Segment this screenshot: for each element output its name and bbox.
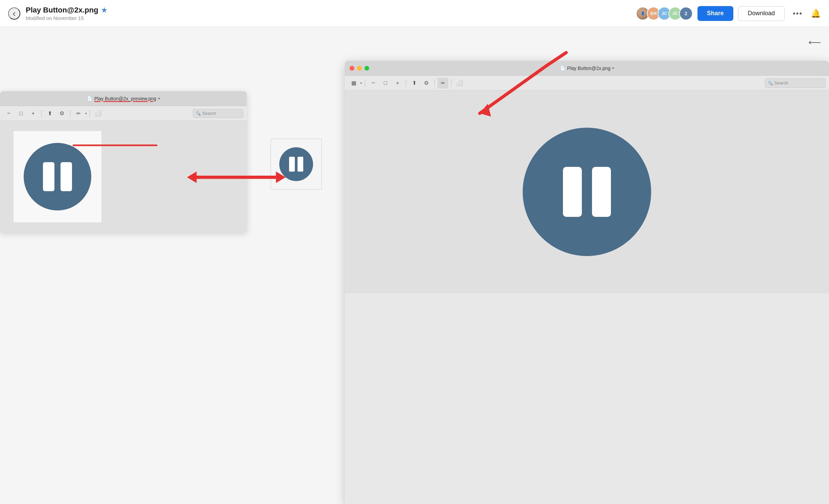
large-sidebar-toggle-btn[interactable]: ▦ [348,78,359,89]
small-window-title-area: 📄 Play Button@2x_preview.png ▾ [87,96,160,101]
large-window-title-text: Play Button@2x.png [567,66,611,71]
small-pause-bar-right [61,162,72,191]
bell-icon: 🔔 [811,9,821,18]
small-image-frame [14,131,101,222]
thumbnail-pause-bar-left [289,157,295,172]
avatar-jc2-initials: JC [672,11,678,16]
avatar-eh-initials: EH [650,11,657,16]
small-pen-btn[interactable]: ✏ [73,108,84,119]
avatar-count: 2 [679,7,693,20]
large-toolbar-sep0 [365,80,365,86]
small-pause-bar-left [43,162,54,191]
star-icon[interactable]: ★ [101,6,107,14]
more-options-button[interactable]: ••• [789,7,806,20]
large-toolbar-sep2 [434,80,435,86]
traffic-light-yellow[interactable] [357,66,362,71]
preview-window-small: 📄 Play Button@2x_preview.png ▾ − □ + ⬆ ⚙… [0,91,247,232]
preview-window-large: 📄 Play Button@2x.png ▾ ▦ ▾ − □ + ⬆ ⚙ ✏ ⬜… [345,61,829,504]
large-window-chevron: ▾ [612,66,614,70]
small-zoom-in-btn[interactable]: + [28,108,39,119]
large-tools-btn[interactable]: ⚙ [421,78,432,89]
small-pen-dropdown-icon: ▾ [85,112,87,115]
small-window-content [0,121,247,232]
large-pause-bar-right [592,167,611,217]
large-window-file-icon: 📄 [560,66,565,71]
large-window-traffic-lights [350,66,369,71]
small-tools-btn[interactable]: ⚙ [56,108,67,119]
small-pause-icon [24,143,91,210]
avatar-jc1-initials: JC [661,11,667,16]
large-zoom-reset-btn[interactable]: □ [380,78,391,89]
traffic-light-red[interactable] [350,66,354,71]
large-window-titlebar: 📄 Play Button@2x.png ▾ [345,61,829,76]
small-toolbar-sep3 [90,110,90,117]
large-toolbar-sep1 [406,80,406,86]
file-info: Play Button@2x.png ★ Modified on Novembe… [26,6,107,21]
small-search-placeholder: Search [202,111,216,116]
file-modified-text: Modified on November 15 [26,15,107,21]
file-title: Play Button@2x.png ★ [26,6,107,15]
large-zoom-out-btn[interactable]: − [368,78,379,89]
large-search-box[interactable]: 🔍 Search [765,78,826,88]
thumbnail-preview-box [270,138,322,190]
small-window-titlebar: 📄 Play Button@2x_preview.png ▾ [0,91,247,106]
avatar-count-number: 2 [685,11,687,16]
header-left: ‹ Play Button@2x.png ★ Modified on Novem… [8,6,636,21]
back-button[interactable]: ‹ [8,7,20,20]
large-window-toolbar: ▦ ▾ − □ + ⬆ ⚙ ✏ ⬜ 🔍 Search [345,76,829,91]
large-sidebar-chevron: ▾ [360,81,362,85]
large-pause-bar-left [563,167,582,217]
large-search-icon: 🔍 [768,81,773,85]
file-name-text: Play Button@2x.png [26,6,98,15]
small-toolbar-sep1 [41,110,42,117]
large-pause-icon [523,128,651,256]
large-search-placeholder: Search [774,80,788,85]
small-window-title-text: Play Button@2x_preview.png [94,96,156,101]
sidebar-collapse-button[interactable]: ⟵ [808,37,821,48]
large-pen-btn[interactable]: ✏ [437,78,448,89]
avatar-group: 👤 EH JC JC 2 [636,7,693,20]
small-zoom-reset-btn[interactable]: □ [16,108,26,119]
header-bar: ‹ Play Button@2x.png ★ Modified on Novem… [0,0,829,27]
large-share-btn[interactable]: ⬆ [409,78,420,89]
large-window-title-area: 📄 Play Button@2x.png ▾ [560,66,614,71]
thumbnail-pause-bar-right [298,157,303,172]
small-share-btn[interactable]: ⬆ [44,108,55,119]
main-content-area: 📄 Play Button@2x_preview.png ▾ − □ + ⬆ ⚙… [0,27,829,504]
small-window-chevron: ▾ [158,97,160,100]
large-toolbar-sep3 [451,80,451,86]
large-zoom-in-btn[interactable]: + [392,78,403,89]
more-dots-icon: ••• [793,9,803,18]
collapse-icon: ⟵ [808,37,821,47]
share-button[interactable]: Share [697,6,733,21]
traffic-light-green[interactable] [364,66,369,71]
small-search-box: 🔍 Search [193,109,243,118]
header-right: 👤 EH JC JC 2 Share Download ••• 🔔 [636,6,821,21]
small-copy-btn[interactable]: ⬜ [93,108,103,119]
small-window-toolbar: − □ + ⬆ ⚙ ✏ ▾ ⬜ 🔍 Search [0,106,247,121]
large-window-content [345,91,829,293]
small-search-icon: 🔍 [196,111,201,116]
small-window-file-icon: 📄 [87,96,92,101]
small-toolbar-sep2 [70,110,70,117]
large-copy-btn[interactable]: ⬜ [454,78,465,89]
small-zoom-out-btn[interactable]: − [3,108,14,119]
thumbnail-pause-icon [279,147,313,181]
download-button[interactable]: Download [738,6,785,21]
notifications-button[interactable]: 🔔 [811,9,821,18]
